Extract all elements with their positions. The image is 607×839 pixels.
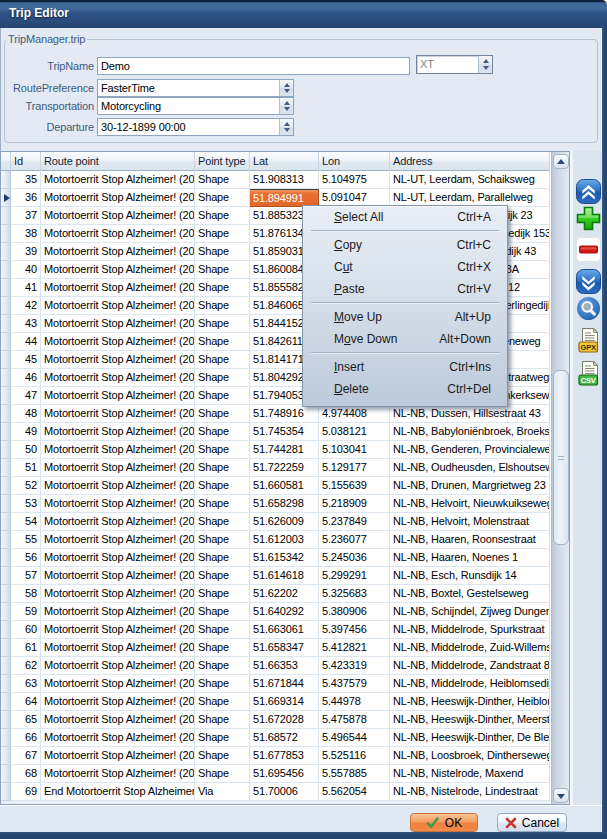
cell-id[interactable]: 42 bbox=[11, 297, 41, 315]
cell-id[interactable]: 38 bbox=[11, 225, 41, 243]
cell-lon[interactable]: 5.236077 bbox=[319, 531, 390, 549]
cell-point-type[interactable]: Shape bbox=[195, 513, 250, 531]
departure-spin-buttons[interactable] bbox=[279, 119, 293, 135]
cell-address[interactable]: NL-NB, Middelrode, Spurkstraat bbox=[390, 621, 550, 639]
transportation-spinner[interactable]: Motorcycling bbox=[97, 97, 294, 115]
table-row[interactable]: 62Motortoerrit Stop Alzheimer! (2018)Sha… bbox=[1, 657, 550, 675]
cell-point-type[interactable]: Shape bbox=[195, 459, 250, 477]
table-vertical-scrollbar[interactable] bbox=[551, 152, 569, 804]
cell-id[interactable]: 64 bbox=[11, 693, 41, 711]
table-row[interactable]: 63Motortoerrit Stop Alzheimer! (2018)Sha… bbox=[1, 675, 550, 693]
cell-address[interactable]: NL-NB, Schijndel, Zijweg Dungens bbox=[390, 603, 550, 621]
cell-point-type[interactable]: Shape bbox=[195, 549, 250, 567]
cell-lon[interactable]: 5.155639 bbox=[319, 477, 390, 495]
cell-address[interactable]: NL-NB, Middelrode, Zuid-Willemsvaart bbox=[390, 639, 550, 657]
menu-item-move-down[interactable]: Move DownAlt+Down bbox=[303, 328, 507, 350]
cell-point-type[interactable]: Shape bbox=[195, 603, 250, 621]
cancel-button[interactable]: Cancel bbox=[497, 813, 567, 832]
cell-lon[interactable]: 5.218909 bbox=[319, 495, 390, 513]
cell-id[interactable]: 41 bbox=[11, 279, 41, 297]
cell-point-type[interactable]: Shape bbox=[195, 711, 250, 729]
cell-address[interactable]: NL-NB, Babyloniënbroek, Broeksestraat bbox=[390, 423, 550, 441]
cell-id[interactable]: 47 bbox=[11, 387, 41, 405]
cell-id[interactable]: 46 bbox=[11, 369, 41, 387]
cell-point-type[interactable]: Shape bbox=[195, 315, 250, 333]
column-header-lon[interactable]: Lon bbox=[319, 152, 390, 171]
table-row[interactable]: 69End Motortoerrit Stop Alzheimer! (2018… bbox=[1, 783, 550, 801]
move-to-top-button[interactable] bbox=[576, 179, 602, 205]
ok-button[interactable]: OK bbox=[410, 813, 478, 832]
cell-address[interactable]: NL-NB, Middelrode, Heiblomsedijk bbox=[390, 675, 550, 693]
cell-lat[interactable]: 51.695456 bbox=[250, 765, 319, 783]
cell-lon[interactable]: 5.423319 bbox=[319, 657, 390, 675]
cell-point-type[interactable]: Via bbox=[195, 783, 250, 801]
cell-id[interactable]: 61 bbox=[11, 639, 41, 657]
cell-lon[interactable]: 5.245036 bbox=[319, 549, 390, 567]
cell-address[interactable]: NL-NB, Oudheusden, Elshoutseweg bbox=[390, 459, 550, 477]
trip-code-spin-buttons[interactable] bbox=[478, 56, 492, 73]
cell-point-type[interactable]: Shape bbox=[195, 279, 250, 297]
table-row[interactable]: 61Motortoerrit Stop Alzheimer! (2018)Sha… bbox=[1, 639, 550, 657]
table-row[interactable]: 68Motortoerrit Stop Alzheimer! (2018)Sha… bbox=[1, 765, 550, 783]
cell-id[interactable]: 65 bbox=[11, 711, 41, 729]
cell-address[interactable]: NL-NB, Helvoirt, Nieuwkuikseweg bbox=[390, 495, 550, 513]
cell-lat[interactable]: 51.663061 bbox=[250, 621, 319, 639]
cell-route-point[interactable]: Motortoerrit Stop Alzheimer! (2018) bbox=[41, 765, 195, 783]
cell-point-type[interactable]: Shape bbox=[195, 729, 250, 747]
cell-id[interactable]: 50 bbox=[11, 441, 41, 459]
cell-point-type[interactable]: Shape bbox=[195, 351, 250, 369]
column-header-point-type[interactable]: Point type bbox=[195, 152, 250, 171]
cell-route-point[interactable]: Motortoerrit Stop Alzheimer! (2018) bbox=[41, 333, 195, 351]
cell-lon[interactable]: 5.562054 bbox=[319, 783, 390, 801]
trip-name-input[interactable]: Demo bbox=[97, 57, 410, 75]
cell-address[interactable]: NL-NB, Heeswijk-Dinther, De Bleken bbox=[390, 729, 550, 747]
cell-address[interactable]: NL-NB, Boxtel, Gestelseweg bbox=[390, 585, 550, 603]
cell-id[interactable]: 35 bbox=[11, 171, 41, 189]
table-row[interactable]: 52Motortoerrit Stop Alzheimer! (2018)Sha… bbox=[1, 477, 550, 495]
cell-point-type[interactable]: Shape bbox=[195, 369, 250, 387]
table-row[interactable]: 64Motortoerrit Stop Alzheimer! (2018)Sha… bbox=[1, 693, 550, 711]
cell-lon[interactable]: 4.974408 bbox=[319, 405, 390, 423]
table-row[interactable]: 51Motortoerrit Stop Alzheimer! (2018)Sha… bbox=[1, 459, 550, 477]
cell-route-point[interactable]: Motortoerrit Stop Alzheimer! (2018) bbox=[41, 441, 195, 459]
table-row[interactable]: 49Motortoerrit Stop Alzheimer! (2018)Sha… bbox=[1, 423, 550, 441]
add-point-button[interactable] bbox=[576, 206, 602, 232]
departure-spinner[interactable]: 30-12-1899 00:00 bbox=[97, 118, 294, 136]
move-to-bottom-button[interactable] bbox=[576, 269, 602, 295]
cell-point-type[interactable]: Shape bbox=[195, 207, 250, 225]
cell-id[interactable]: 52 bbox=[11, 477, 41, 495]
cell-id[interactable]: 49 bbox=[11, 423, 41, 441]
cell-lon[interactable]: 5.557885 bbox=[319, 765, 390, 783]
scroll-down-button[interactable] bbox=[553, 788, 569, 803]
cell-address[interactable]: NL-NB, Genderen, Provincialeweg bbox=[390, 441, 550, 459]
transportation-spin-buttons[interactable] bbox=[279, 98, 293, 114]
cell-route-point[interactable]: Motortoerrit Stop Alzheimer! (2018) bbox=[41, 297, 195, 315]
preview-button[interactable] bbox=[576, 296, 602, 322]
cell-route-point[interactable]: End Motortoerrit Stop Alzheimer! (2018) bbox=[41, 783, 195, 801]
cell-point-type[interactable]: Shape bbox=[195, 747, 250, 765]
table-row[interactable]: 65Motortoerrit Stop Alzheimer! (2018)Sha… bbox=[1, 711, 550, 729]
cell-id[interactable]: 60 bbox=[11, 621, 41, 639]
cell-lat[interactable]: 51.658347 bbox=[250, 639, 319, 657]
cell-address[interactable]: NL-NB, Haaren, Roonsestraat bbox=[390, 531, 550, 549]
table-row[interactable]: 35Motortoerrit Stop Alzheimer! (2018)Sha… bbox=[1, 171, 550, 189]
cell-address[interactable]: NL-NB, Esch, Runsdijk 14 bbox=[390, 567, 550, 585]
cell-point-type[interactable]: Shape bbox=[195, 423, 250, 441]
menu-item-copy[interactable]: CopyCtrl+C bbox=[303, 234, 507, 256]
cell-point-type[interactable]: Shape bbox=[195, 333, 250, 351]
cell-lat[interactable]: 51.66353 bbox=[250, 657, 319, 675]
cell-route-point[interactable]: Motortoerrit Stop Alzheimer! (2018) bbox=[41, 369, 195, 387]
titlebar[interactable]: Trip Editor bbox=[0, 0, 607, 28]
cell-route-point[interactable]: Motortoerrit Stop Alzheimer! (2018) bbox=[41, 207, 195, 225]
cell-lon[interactable]: 5.525116 bbox=[319, 747, 390, 765]
cell-lon[interactable]: 5.475878 bbox=[319, 711, 390, 729]
cell-point-type[interactable]: Shape bbox=[195, 189, 250, 207]
table-row[interactable]: 55Motortoerrit Stop Alzheimer! (2018)Sha… bbox=[1, 531, 550, 549]
cell-id[interactable]: 58 bbox=[11, 585, 41, 603]
cell-id[interactable]: 54 bbox=[11, 513, 41, 531]
cell-address[interactable]: NL-NB, Middelrode, Zandstraat 85 bbox=[390, 657, 550, 675]
cell-lat[interactable]: 51.908313 bbox=[250, 171, 319, 189]
route-preference-spin-buttons[interactable] bbox=[279, 80, 293, 96]
cell-route-point[interactable]: Motortoerrit Stop Alzheimer! (2018) bbox=[41, 747, 195, 765]
cell-address[interactable]: NL-NB, Heeswijk-Dinther, Meerstraat bbox=[390, 711, 550, 729]
